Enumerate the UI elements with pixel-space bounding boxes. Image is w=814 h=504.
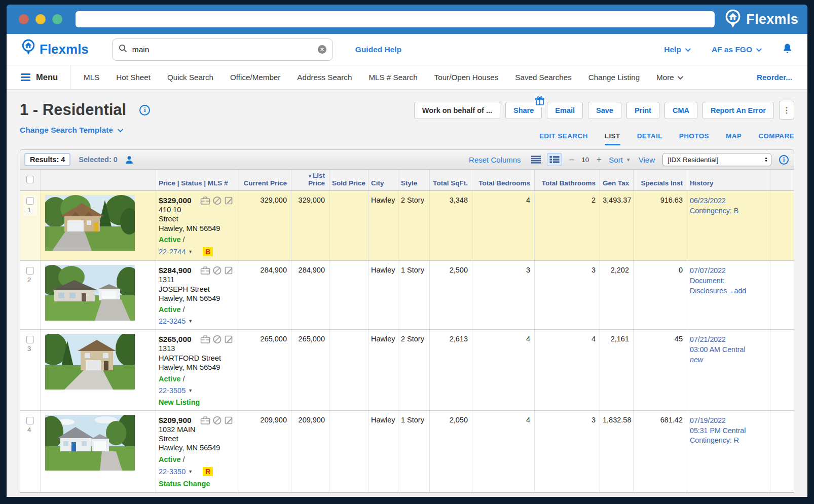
- history-link[interactable]: 03:00 AM Central: [690, 345, 766, 355]
- portfolio-icon[interactable]: [200, 416, 210, 425]
- column-header-specials[interactable]: Specials Inst: [634, 170, 687, 190]
- note-edit-icon[interactable]: [224, 266, 234, 275]
- table-row[interactable]: 3 $265,000: [20, 330, 794, 410]
- sort-menu[interactable]: Sort▼: [609, 156, 631, 164]
- column-header-city[interactable]: City: [368, 170, 398, 190]
- row-checkbox[interactable]: [26, 336, 34, 343]
- menu-item-office-member[interactable]: Office/Member: [230, 73, 280, 82]
- mls-number-link[interactable]: 22-2744: [159, 248, 186, 256]
- portfolio-icon[interactable]: [200, 335, 210, 344]
- listing-photo[interactable]: [45, 415, 135, 471]
- column-header-gentax[interactable]: Gen Tax: [600, 170, 634, 190]
- more-actions-kebab-button[interactable]: ⋮: [779, 101, 794, 120]
- help-menu[interactable]: Help: [664, 45, 689, 54]
- history-link[interactable]: Disclosures→add: [690, 286, 766, 296]
- thumbnail-list-view-icon[interactable]: [547, 153, 562, 166]
- reject-icon[interactable]: [212, 196, 222, 205]
- table-row[interactable]: 4 $209,900: [20, 411, 794, 492]
- column-header-style[interactable]: Style: [398, 170, 430, 190]
- selected-count[interactable]: Selected: 0: [79, 156, 118, 164]
- tab-map[interactable]: MAP: [726, 132, 742, 145]
- history-link[interactable]: 06/23/2022: [690, 196, 766, 206]
- menu-toggle[interactable]: Menu: [21, 72, 58, 82]
- caret-down-icon[interactable]: ▼: [188, 388, 193, 393]
- table-row[interactable]: 1 $329,000: [20, 191, 794, 261]
- mls-number-link[interactable]: 22-3245: [159, 317, 186, 325]
- clear-search-icon[interactable]: ✕: [318, 45, 326, 54]
- row-checkbox[interactable]: [26, 197, 34, 205]
- email-button[interactable]: Email: [547, 102, 583, 119]
- account-menu[interactable]: AF as FGO: [712, 45, 760, 54]
- history-link[interactable]: Contingency: B: [690, 206, 766, 216]
- close-window-button[interactable]: [19, 14, 29, 24]
- history-link[interactable]: Contingency: R: [690, 436, 766, 446]
- table-row[interactable]: 2 $284,900: [20, 261, 794, 330]
- column-header-list[interactable]: ▼ListPrice: [291, 170, 329, 190]
- column-header-baths[interactable]: Total Bathrooms: [535, 170, 600, 190]
- menu-item-more[interactable]: More: [656, 73, 682, 82]
- portfolio-icon[interactable]: [200, 266, 210, 275]
- info-icon[interactable]: i: [779, 155, 789, 165]
- menu-item-mls-search[interactable]: MLS # Search: [368, 73, 417, 82]
- list-view-icon[interactable]: [529, 153, 544, 166]
- view-menu[interactable]: View: [639, 156, 655, 164]
- address-bar[interactable]: [76, 11, 715, 27]
- flexmls-logo[interactable]: Flexmls: [21, 38, 89, 60]
- history-link[interactable]: 07/21/2022: [690, 335, 766, 345]
- column-header-sqft[interactable]: Total SqFt.: [430, 170, 472, 190]
- reset-columns-link[interactable]: Reset Columns: [469, 156, 521, 164]
- menu-item-change-listing[interactable]: Change Listing: [588, 73, 640, 82]
- portfolio-icon[interactable]: [200, 196, 210, 205]
- history-link[interactable]: 07/07/2022: [690, 266, 766, 276]
- menu-item-tour-open-houses[interactable]: Tour/Open Houses: [434, 73, 499, 82]
- tab-list[interactable]: LIST: [605, 132, 620, 145]
- results-count-box[interactable]: Results: 4: [24, 153, 70, 166]
- column-header-current[interactable]: Current Price: [239, 170, 291, 190]
- cma-button[interactable]: CMA: [664, 102, 697, 119]
- menu-item-address-search[interactable]: Address Search: [297, 73, 352, 82]
- save-button[interactable]: Save: [588, 102, 621, 119]
- change-search-template-link[interactable]: Change Search Template: [20, 126, 150, 135]
- search-input[interactable]: [132, 45, 313, 54]
- select-all-checkbox[interactable]: [26, 176, 34, 183]
- history-link[interactable]: 07/19/2022: [690, 416, 766, 426]
- reject-icon[interactable]: [212, 266, 222, 275]
- tab-compare[interactable]: COMPARE: [758, 132, 794, 145]
- note-edit-icon[interactable]: [224, 335, 234, 344]
- row-checkbox[interactable]: [26, 267, 34, 275]
- report-an-error-button[interactable]: Report An Error: [702, 102, 774, 119]
- maximize-window-button[interactable]: [52, 14, 62, 24]
- listing-photo[interactable]: [45, 265, 135, 321]
- listing-photo[interactable]: [45, 195, 135, 251]
- caret-down-icon[interactable]: ▼: [188, 319, 193, 324]
- menu-item-mls[interactable]: MLS: [84, 73, 99, 82]
- mls-number-link[interactable]: 22-3505: [159, 386, 186, 395]
- decrease-page-size-button[interactable]: –: [570, 155, 574, 164]
- guided-help-link[interactable]: Guided Help: [355, 45, 401, 54]
- column-header-beds[interactable]: Total Bedrooms: [472, 170, 535, 190]
- print-button[interactable]: Print: [626, 102, 659, 119]
- reorder-link[interactable]: Reorder...: [757, 73, 792, 82]
- row-checkbox[interactable]: [26, 417, 34, 424]
- column-header-sold[interactable]: Sold Price: [329, 170, 368, 190]
- reject-icon[interactable]: [212, 416, 222, 425]
- note-edit-icon[interactable]: [224, 196, 234, 205]
- menu-item-hot-sheet[interactable]: Hot Sheet: [116, 73, 151, 82]
- minimize-window-button[interactable]: [35, 14, 46, 24]
- menu-item-quick-search[interactable]: Quick Search: [167, 73, 213, 82]
- listing-photo[interactable]: [45, 334, 135, 390]
- history-link[interactable]: 05:31 PM Central: [690, 426, 766, 436]
- history-link[interactable]: new: [690, 355, 766, 365]
- view-template-select[interactable]: [IDX Residential] ▲▼: [662, 153, 771, 166]
- increase-page-size-button[interactable]: +: [597, 155, 601, 164]
- mls-number-link[interactable]: 22-3350: [159, 468, 186, 476]
- contact-person-icon[interactable]: [125, 156, 134, 164]
- note-edit-icon[interactable]: [224, 416, 234, 425]
- tab-edit-search[interactable]: EDIT SEARCH: [539, 132, 588, 145]
- caret-down-icon[interactable]: ▼: [188, 249, 193, 254]
- tab-photos[interactable]: PHOTOS: [679, 132, 709, 145]
- reject-icon[interactable]: [212, 335, 222, 344]
- menu-item-saved-searches[interactable]: Saved Searches: [515, 73, 571, 82]
- history-link[interactable]: Document:: [690, 276, 766, 286]
- caret-down-icon[interactable]: ▼: [188, 469, 193, 474]
